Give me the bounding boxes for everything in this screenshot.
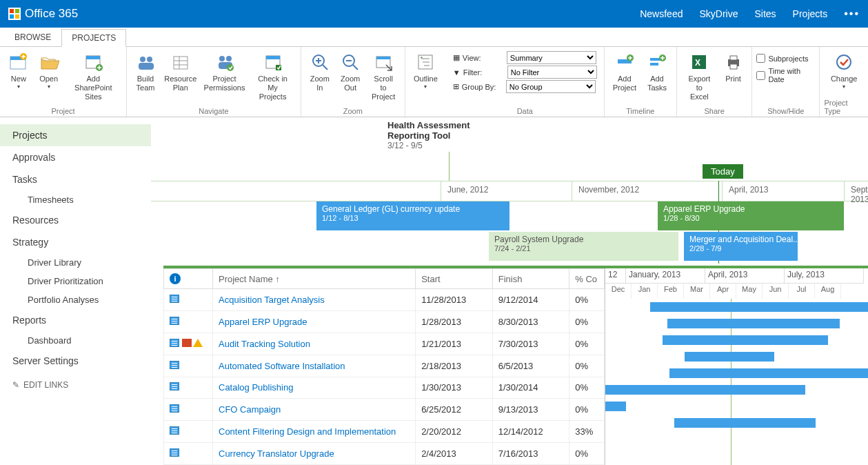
project-link[interactable]: Apparel ERP Upgrade: [219, 317, 307, 327]
group-showhide-label: Show/Hide: [767, 106, 804, 115]
col-finish[interactable]: Finish: [492, 269, 569, 289]
timeline-bar[interactable]: Merger and Acquisition Deal...2/28 - 7/9: [684, 232, 798, 261]
sidebar-item-tasks[interactable]: Tasks: [0, 168, 151, 190]
gantt-bar[interactable]: [685, 352, 774, 362]
project-permissions-button[interactable]: Project Permissions: [201, 50, 248, 94]
col-start[interactable]: Start: [416, 269, 493, 289]
col-name[interactable]: Project Name ↑: [213, 269, 416, 289]
timeline-bar[interactable]: Apparel ERP Upgrade1/28 - 8/30: [658, 201, 844, 230]
project-icon: [170, 448, 179, 457]
svg-line-29: [353, 65, 358, 70]
table-row[interactable]: Currency Translator Upgrade2/4/20137/16/…: [164, 443, 605, 465]
gantt-bar[interactable]: [663, 335, 828, 345]
gantt-bar[interactable]: [605, 402, 626, 411]
nav-sites[interactable]: Sites: [754, 8, 776, 19]
add-tasks-button[interactable]: Add Tasks: [642, 50, 672, 94]
sidebar-item-driver-library[interactable]: Driver Library: [0, 253, 151, 272]
table-row[interactable]: Apparel ERP Upgrade1/28/20138/30/20130%: [164, 310, 605, 333]
table-row[interactable]: CFO Campaign6/25/20129/13/20130%: [164, 399, 605, 421]
sidebar-item-resources[interactable]: Resources: [0, 209, 151, 231]
svg-rect-47: [730, 64, 737, 69]
pct-cell: 0%: [569, 289, 605, 311]
table-row[interactable]: Acquisition Target Analysis11/28/20139/1…: [164, 289, 605, 311]
suite-brand: Office 365: [8, 7, 78, 21]
svg-rect-3: [15, 14, 19, 19]
svg-rect-46: [730, 56, 737, 60]
resource-plan-button[interactable]: Resource Plan: [161, 50, 200, 94]
nav-skydrive[interactable]: SkyDrive: [699, 8, 738, 19]
table-row[interactable]: Catalog Publishing1/30/20131/30/20140%: [164, 377, 605, 399]
project-link[interactable]: Currency Translator Upgrade: [219, 448, 334, 459]
nav-more-icon[interactable]: •••: [844, 8, 860, 20]
zoom-out-button[interactable]: Zoom Out: [336, 50, 365, 94]
timeline-bar[interactable]: Payroll System Upgrade7/24 - 2/21: [489, 232, 678, 261]
gantt-bar[interactable]: [667, 319, 840, 328]
export-excel-button[interactable]: XExport to Excel: [681, 50, 718, 103]
col-info[interactable]: i: [164, 269, 213, 289]
nav-projects[interactable]: Projects: [793, 8, 828, 19]
project-link[interactable]: Automated Software Installation: [219, 361, 345, 371]
table-row[interactable]: Content Filtering Design and Implementat…: [164, 421, 605, 443]
sidebar-item-portfolio-analyses[interactable]: Portfolio Analyses: [0, 290, 151, 309]
sidebar-item-timesheets[interactable]: Timesheets: [0, 190, 151, 209]
pct-cell: 0%: [569, 355, 605, 377]
pct-cell: 33%: [569, 421, 605, 443]
gantt-month-label: Apr: [710, 284, 736, 299]
new-button[interactable]: New▾: [4, 50, 33, 92]
table-header-row: i Project Name ↑ Start Finish % Co: [164, 269, 605, 289]
table-row[interactable]: Automated Software Installation2/18/2013…: [164, 355, 605, 377]
outline-button[interactable]: +Outline▾: [410, 50, 442, 92]
col-pct[interactable]: % Co: [569, 269, 605, 289]
filter-select[interactable]: No Filter: [507, 66, 597, 79]
tab-browse[interactable]: BROWSE: [4, 28, 61, 46]
edit-links-button[interactable]: ✎EDIT LINKS: [0, 372, 151, 398]
time-with-date-checkbox[interactable]: Time with Date: [756, 67, 815, 83]
svg-rect-8: [86, 56, 100, 59]
gantt-bar[interactable]: [605, 385, 805, 395]
sidebar-item-projects[interactable]: Projects: [0, 124, 151, 146]
start-cell: 11/28/2013: [416, 289, 493, 311]
group-project: New▾ Open▾ Add SharePoint Sites Project: [0, 47, 127, 117]
sidebar-item-driver-prioritization[interactable]: Driver Prioritization: [0, 272, 151, 290]
sidebar-item-strategy[interactable]: Strategy: [0, 231, 151, 253]
project-link[interactable]: Content Filtering Design and Implementat…: [219, 426, 396, 437]
group-select[interactable]: No Group: [506, 80, 596, 93]
add-sharepoint-sites-button[interactable]: Add SharePoint Sites: [64, 50, 122, 103]
project-link[interactable]: CFO Campaign: [219, 404, 281, 415]
sidebar-item-reports[interactable]: Reports: [0, 309, 151, 331]
view-select[interactable]: Summary: [507, 51, 596, 64]
gantt-bar[interactable]: [669, 368, 868, 378]
sidebar-item-approvals[interactable]: Approvals: [0, 146, 151, 168]
change-type-button[interactable]: Change▾: [827, 50, 862, 92]
add-project-button[interactable]: Add Project: [609, 50, 640, 94]
open-button[interactable]: Open▾: [34, 50, 63, 92]
group-data-label: Data: [517, 106, 533, 115]
check-in-projects-button[interactable]: Check in My Projects: [249, 50, 296, 103]
build-team-button[interactable]: Build Team: [131, 50, 160, 94]
gantt-bar[interactable]: [650, 302, 868, 312]
zoom-in-button[interactable]: Zoom In: [305, 50, 334, 94]
project-link[interactable]: Acquisition Target Analysis: [219, 295, 325, 305]
finish-cell: 1/30/2014: [492, 377, 569, 399]
gantt-bar[interactable]: [674, 418, 816, 428]
timeline-callout: Health Assessment Reporting Tool 3/12 - …: [387, 120, 470, 150]
finish-cell: 6/5/2013: [492, 355, 569, 377]
timeline-bar[interactable]: General Ledger (GL) currency update1/12 …: [316, 201, 509, 230]
pct-cell: 0%: [569, 333, 605, 355]
scroll-to-project-button[interactable]: Scroll to Project: [366, 50, 401, 103]
print-button[interactable]: Print: [719, 50, 748, 85]
project-link[interactable]: Audit Tracking Solution: [219, 339, 310, 349]
project-link[interactable]: Catalog Publishing: [219, 382, 293, 393]
tab-projects[interactable]: PROJECTS: [61, 29, 126, 47]
permissions-icon: [214, 51, 236, 73]
gantt-quarter-label: April, 2013: [705, 268, 785, 284]
project-icon: [170, 361, 179, 369]
svg-rect-2: [10, 14, 14, 19]
nav-newsfeed[interactable]: Newsfeed: [640, 8, 683, 19]
table-row[interactable]: Audit Tracking Solution1/21/20137/30/201…: [164, 333, 605, 355]
sidebar-item-server-settings[interactable]: Server Settings: [0, 350, 151, 372]
subprojects-checkbox[interactable]: Subprojects: [756, 54, 815, 63]
sidebar-item-dashboard[interactable]: Dashboard: [0, 331, 151, 350]
group-share: XExport to Excel Print Share: [677, 47, 752, 117]
start-cell: 2/20/2012: [416, 421, 493, 443]
